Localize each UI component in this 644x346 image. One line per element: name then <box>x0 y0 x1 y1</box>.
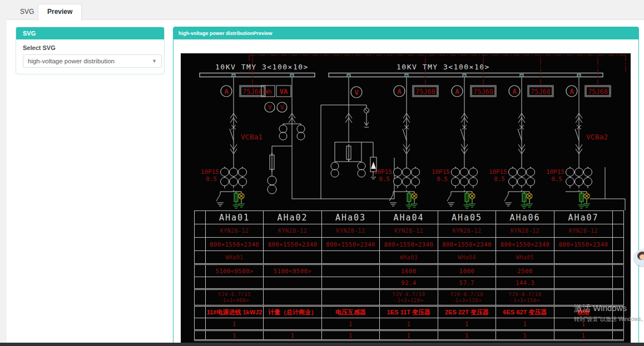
table-cell: 800×1550×2340 <box>322 238 380 251</box>
table-cell <box>322 264 380 277</box>
busbar-2-label: 10KV TMY 3<100×10> <box>397 63 490 71</box>
table-cell: 800×1550×2340 <box>438 238 496 251</box>
table-cell: 1 <box>380 318 438 330</box>
table-cell: KYN28-12 <box>438 224 496 238</box>
svg-text:V: V <box>268 104 272 111</box>
feeder-AHa05: A7SJ6810P150.5 <box>432 56 496 208</box>
feeder-layer: A7SJ68VCBa110P150.5WhVAVVVA7SJ6810P150.5… <box>201 56 625 210</box>
table-cell-spacer <box>195 238 206 251</box>
tab-preview[interactable]: Preview <box>38 4 82 21</box>
table-cell-spacer <box>195 211 206 224</box>
feeder-AHa01: A7SJ68VCBa110P150.5 <box>201 56 265 208</box>
svg-text:A: A <box>224 88 229 96</box>
table-cell-spacer <box>613 289 624 306</box>
table-cell <box>322 251 380 264</box>
table-cell: 11#电源进线 1kWJ2 <box>206 306 264 318</box>
table-cell: YJV-8.7/15-1<3×400> <box>206 289 264 306</box>
table-cell: 1ES 11T 变压器 <box>380 306 438 318</box>
table-cell: 5100<9500> <box>206 264 264 277</box>
table-cell: 1 <box>438 330 496 340</box>
table-cell <box>554 289 613 306</box>
table-cell-spacer <box>195 251 206 264</box>
table-cell-spacer <box>195 318 206 330</box>
avatar-face <box>640 254 644 260</box>
table-cell: 电压互感器 <box>322 306 380 318</box>
table-cell-spacer <box>195 277 206 289</box>
table-row-capacity: 5100<9500>5100<9500>160010002500 <box>195 264 624 277</box>
table-cell: WHa01 <box>206 251 264 264</box>
table-cell: KYN28-12 <box>206 224 264 238</box>
table-row-circuit-id: WHa01WHa03WHa04WHa05 <box>195 251 624 264</box>
table-cell <box>554 277 613 289</box>
svg-text:Wh: Wh <box>264 88 271 96</box>
svg-card-title: SVG <box>16 27 164 39</box>
table-cell-spacer <box>613 264 624 277</box>
table-row-current: 92.457.7144.3 <box>195 277 624 289</box>
svg-text:0.5: 0.5 <box>551 175 562 183</box>
feeder-AHa06: A7SJ6810P150.5 <box>489 56 553 208</box>
table-cell-spacer <box>195 264 206 277</box>
table-cell: 800×1550×2340 <box>380 238 438 251</box>
table-cell: KYN28-12 <box>264 224 322 238</box>
svg-text:7SJ68: 7SJ68 <box>242 88 262 96</box>
preview-card-title: high-voltage power distributionPreview <box>174 27 638 39</box>
svg-text:0.5: 0.5 <box>437 175 448 183</box>
table-cell: 1 <box>322 330 380 340</box>
feeder-AHa07: A7SJ68VCBa210P150.5 <box>546 56 625 210</box>
table-cell: 57.7 <box>438 277 496 289</box>
table-cell: 1 <box>264 330 322 340</box>
table-cell: 5100<9500> <box>264 264 322 277</box>
table-cell <box>264 318 322 330</box>
table-cell: 1 <box>496 318 554 330</box>
svg-text:0.5: 0.5 <box>379 175 390 183</box>
table-cell-spacer <box>613 306 624 318</box>
panel-spec-table: AHa01AHa02AHa03AHa04AHa05AHa06AHa07KYN28… <box>194 210 623 342</box>
table-cell: KYN28-12 <box>496 224 554 238</box>
preview-card: high-voltage power distributionPreview 1… <box>173 27 639 346</box>
table-cell: 1000 <box>438 264 496 277</box>
svg-text:0.5: 0.5 <box>206 175 217 183</box>
preview-canvas: 10KV TMY 3<100×10> 10KV TMY 3<100×10> A7… <box>181 53 631 343</box>
table-cell <box>322 289 380 306</box>
table-cell: 联络 <box>554 306 613 318</box>
table-cell: 2ES 22T 变压器 <box>438 306 496 318</box>
table-cell-spacer <box>195 306 206 318</box>
table-row-panel-size: 800×1550×2340800×1550×2340800×1550×23408… <box>195 238 624 251</box>
svg-text:A: A <box>569 88 574 96</box>
table-cell: YJV-8.7/10-1<3×120> <box>438 289 496 306</box>
table-cell: 1 <box>380 330 438 340</box>
svg-text:7SJ68: 7SJ68 <box>473 88 493 96</box>
table-row-panel-model: KYN28-12KYN28-12KYN28-12KYN28-12KYN28-12… <box>195 224 624 238</box>
table-cell: 800×1550×2340 <box>554 238 613 251</box>
svg-text:7SJ68: 7SJ68 <box>415 88 435 96</box>
table-cell <box>264 251 322 264</box>
svg-text:VCBa2: VCBa2 <box>586 133 608 141</box>
table-row-qty-2: 1111111 <box>195 330 624 340</box>
table-cell <box>322 277 380 289</box>
table-cell: AHa01 <box>206 211 264 224</box>
table-cell: KYN28-12 <box>380 224 438 238</box>
table-row-description: 11#电源进线 1kWJ2计量（总计商业）电压互感器1ES 11T 变压器2ES… <box>195 306 624 318</box>
table-cell: WHa05 <box>496 251 554 264</box>
table-cell: 800×1550×2340 <box>496 238 554 251</box>
table-cell-spacer <box>613 224 624 238</box>
feeder-AHa02: WhVAVV <box>261 74 394 199</box>
table-cell: 1 <box>206 330 264 340</box>
svg-text:10P15: 10P15 <box>546 168 564 175</box>
table-cell: AHa06 <box>496 211 554 224</box>
svg-text:10P15: 10P15 <box>201 168 219 175</box>
select-svg-label: Select SVG <box>23 44 157 51</box>
chevron-down-icon: ▼ <box>152 55 157 67</box>
table-cell: 1 <box>206 318 264 330</box>
svg-select-card: SVG Select SVG high-voltage power distri… <box>16 27 165 74</box>
svg-text:10P15: 10P15 <box>432 168 450 175</box>
svg-text:V: V <box>280 104 284 111</box>
tab-bar: SVG Preview <box>7 0 644 20</box>
svg-select-dropdown[interactable]: high-voltage power distribution ▼ <box>23 54 162 68</box>
table-cell: WHa04 <box>438 251 496 264</box>
table-cell-spacer <box>613 277 624 289</box>
table-cell: KYN28-12 <box>322 224 380 238</box>
svg-text:A: A <box>455 88 459 96</box>
svg-text:VA: VA <box>280 88 288 96</box>
table-cell <box>206 277 264 289</box>
